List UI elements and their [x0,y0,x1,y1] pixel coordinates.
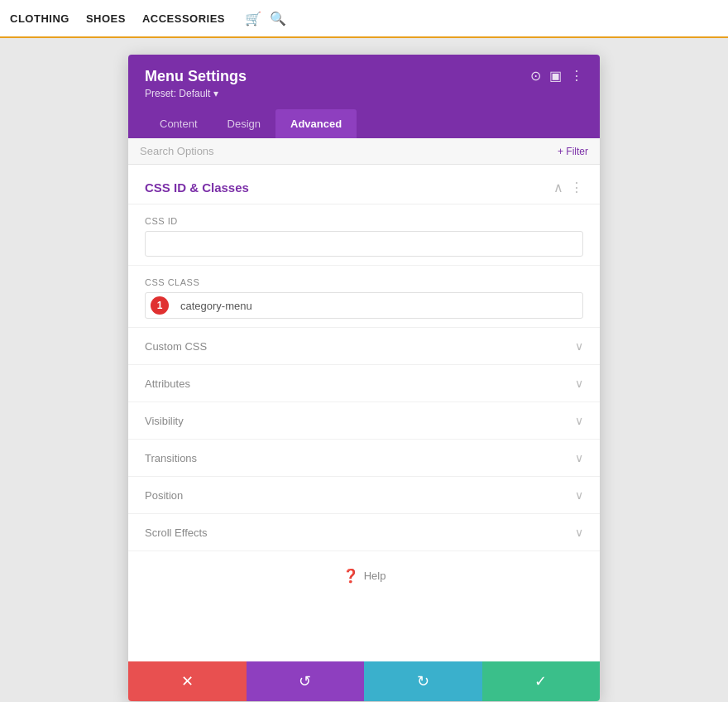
position-section: Position ∨ [128,477,600,514]
visibility-header[interactable]: Visibility ∨ [128,402,600,439]
help-icon[interactable]: ❓ [342,568,359,584]
modal-preset[interactable]: Preset: Default ▾ [145,88,247,99]
visibility-title: Visibility [145,415,184,427]
css-id-label: CSS ID [145,216,583,226]
custom-css-chevron: ∨ [575,339,583,353]
transitions-chevron: ∨ [575,451,583,464]
cart-icon[interactable]: 🛒 [245,11,261,26]
nav-icons: 🛒 🔍 [245,11,286,26]
scroll-effects-header[interactable]: Scroll Effects ∨ [128,514,600,551]
modal-header: Menu Settings Preset: Default ▾ ⊙ ▣ ⋮ [128,55,600,109]
css-id-classes-title: CSS ID & Classes [145,180,249,195]
scroll-effects-chevron: ∨ [575,526,583,539]
css-class-input[interactable] [174,294,582,318]
options-icon[interactable]: ⋮ [570,180,583,195]
cancel-button[interactable]: ✕ [128,661,247,701]
modal-header-icons: ⊙ ▣ ⋮ [530,70,583,83]
search-bar: Search Options + Filter [128,138,600,165]
filter-button[interactable]: + Filter [558,146,588,157]
more-icon[interactable]: ⋮ [570,70,583,83]
main-content: Menu Settings Preset: Default ▾ ⊙ ▣ ⋮ Co… [0,38,728,702]
nav-item-accessories[interactable]: ACCESSORIES [142,12,225,25]
search-options-placeholder[interactable]: Search Options [140,145,214,157]
help-section: ❓ Help [128,551,600,600]
tab-advanced[interactable]: Advanced [275,109,357,138]
position-chevron: ∨ [575,488,583,502]
transitions-section: Transitions ∨ [128,440,600,477]
help-text[interactable]: Help [364,570,386,582]
transitions-title: Transitions [145,452,197,464]
custom-css-header[interactable]: Custom CSS ∨ [128,328,600,364]
css-id-field-group: CSS ID [128,204,600,266]
position-title: Position [145,489,183,502]
section-header-icons: ∧ ⋮ [553,180,583,195]
css-class-badge: 1 [151,296,169,315]
top-nav: CLOTHING SHOES ACCESSORIES 🛒 🔍 [0,0,728,38]
attributes-chevron: ∨ [575,377,583,390]
scroll-effects-section: Scroll Effects ∨ [128,514,600,551]
scroll-effects-title: Scroll Effects [145,526,208,539]
modal-title: Menu Settings [145,68,247,85]
attributes-section: Attributes ∨ [128,365,600,402]
css-class-label: CSS Class [145,277,583,287]
modal-header-left: Menu Settings Preset: Default ▾ [145,68,247,99]
custom-css-title: Custom CSS [145,340,207,353]
layout-icon[interactable]: ▣ [549,70,562,83]
attributes-title: Attributes [145,377,190,390]
nav-item-shoes[interactable]: SHOES [86,12,126,25]
css-id-input[interactable] [145,231,583,257]
position-header[interactable]: Position ∨ [128,477,600,513]
save-button[interactable]: ✓ [482,661,601,701]
spacer [128,600,600,661]
attributes-header[interactable]: Attributes ∨ [128,365,600,401]
css-id-classes-section-header: CSS ID & Classes ∧ ⋮ [128,165,600,204]
visibility-chevron: ∨ [575,414,583,427]
nav-item-clothing[interactable]: CLOTHING [10,12,69,25]
tab-content[interactable]: Content [145,109,213,138]
redo-button[interactable]: ↻ [364,661,482,701]
custom-css-section: Custom CSS ∨ [128,328,600,365]
tabs-row: Content Design Advanced [128,109,600,138]
transitions-header[interactable]: Transitions ∨ [128,440,600,476]
undo-button[interactable]: ↺ [247,661,365,701]
search-icon[interactable]: 🔍 [270,11,286,26]
collapse-icon[interactable]: ∧ [553,180,563,195]
tab-design[interactable]: Design [213,109,275,138]
action-bar: ✕ ↺ ↻ ✓ [128,661,600,701]
modal-panel: Menu Settings Preset: Default ▾ ⊙ ▣ ⋮ Co… [128,55,600,701]
css-class-field-group: CSS Class 1 [128,266,600,328]
css-class-input-wrapper: 1 [145,292,583,319]
visibility-section: Visibility ∨ [128,402,600,440]
fullscreen-icon[interactable]: ⊙ [530,70,541,83]
modal-body: CSS ID & Classes ∧ ⋮ CSS ID CSS Class 1 [128,165,600,661]
